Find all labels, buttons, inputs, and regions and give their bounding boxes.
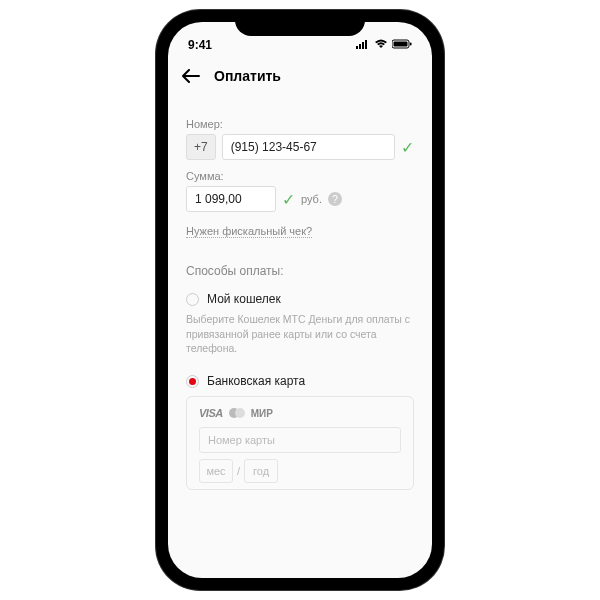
wallet-hint: Выберите Кошелек МТС Деньги для оплаты с… [186, 312, 414, 356]
radio-unchecked-icon [186, 293, 199, 306]
wallet-label: Мой кошелек [207, 292, 281, 306]
device-notch [235, 10, 365, 36]
svg-rect-0 [356, 46, 358, 49]
card-expiry-row: мес / год [199, 459, 401, 483]
sum-row: 1 099,00 ✓ руб. ? [186, 186, 414, 212]
card-option[interactable]: Банковская карта [186, 374, 414, 388]
page-title: Оплатить [214, 68, 281, 84]
svg-rect-3 [365, 40, 367, 49]
currency-label: руб. [301, 193, 322, 205]
screen: 9:41 Оплатить Номер: +7 [168, 22, 432, 578]
sum-label: Сумма: [186, 170, 414, 182]
wallet-option[interactable]: Мой кошелек [186, 292, 414, 306]
svg-rect-1 [359, 44, 361, 49]
card-year-input[interactable]: год [244, 459, 278, 483]
number-label: Номер: [186, 118, 414, 130]
receipt-link[interactable]: Нужен фискальный чек? [186, 225, 312, 238]
help-icon[interactable]: ? [328, 192, 342, 206]
card-number-input[interactable]: Номер карты [199, 427, 401, 453]
status-indicators [356, 38, 412, 52]
phone-input[interactable]: (915) 123-45-67 [222, 134, 395, 160]
header: Оплатить [168, 58, 432, 94]
status-time: 9:41 [188, 38, 212, 52]
expiry-separator: / [237, 465, 240, 477]
phone-row: +7 (915) 123-45-67 ✓ [186, 134, 414, 160]
svg-rect-5 [394, 42, 408, 47]
card-box: VISA МИР Номер карты мес / год [186, 396, 414, 490]
back-icon[interactable] [182, 66, 200, 86]
battery-icon [392, 38, 412, 52]
mir-logo: МИР [251, 408, 273, 419]
wifi-icon [374, 38, 388, 52]
radio-checked-icon [186, 375, 199, 388]
svg-rect-2 [362, 42, 364, 49]
payment-section-title: Способы оплаты: [186, 264, 414, 278]
card-logos: VISA МИР [199, 407, 401, 419]
visa-logo: VISA [199, 407, 223, 419]
check-icon: ✓ [401, 138, 414, 157]
svg-rect-6 [410, 43, 412, 46]
phone-prefix: +7 [186, 134, 216, 160]
sum-check-icon: ✓ [282, 190, 295, 209]
card-label: Банковская карта [207, 374, 305, 388]
mastercard-logo [229, 408, 245, 418]
signal-icon [356, 38, 370, 52]
phone-frame: 9:41 Оплатить Номер: +7 [156, 10, 444, 590]
card-month-input[interactable]: мес [199, 459, 233, 483]
sum-input[interactable]: 1 099,00 [186, 186, 276, 212]
content: Номер: +7 (915) 123-45-67 ✓ Сумма: 1 099… [168, 94, 432, 490]
